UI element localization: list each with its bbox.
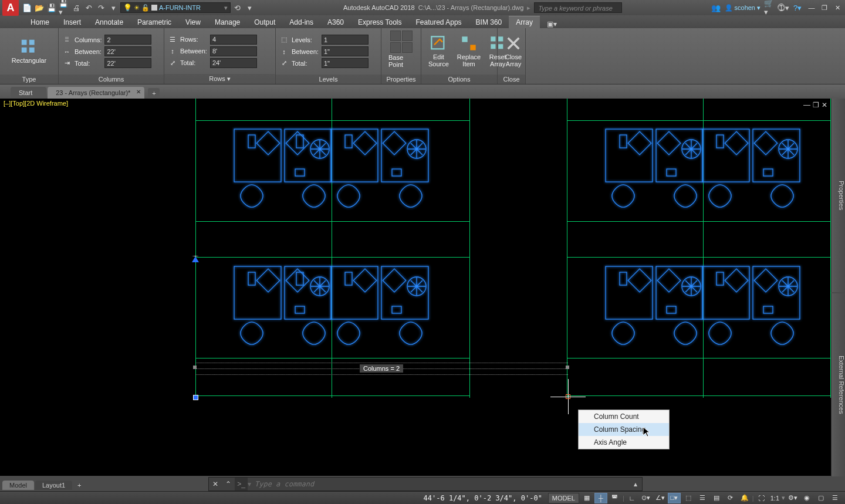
grip-marker[interactable] [566,366,569,369]
svg-rect-51 [628,269,651,292]
associative-icon[interactable] [390,31,413,53]
close-button[interactable]: ✕ [832,3,843,12]
cmd-expand-icon[interactable]: ▴ [629,480,642,488]
search-input[interactable]: Type a keyword or phrase [534,2,622,13]
app-menu-icon[interactable]: A [2,0,19,16]
grip-row-arrow[interactable] [192,256,199,262]
chevron-down-icon: ▾ [224,4,228,12]
tab-output[interactable]: Output [247,16,282,28]
tab-addins[interactable]: Add-ins [282,16,320,28]
status-model-button[interactable]: MODEL [548,493,579,503]
tab-home[interactable]: Home [23,16,56,28]
tab-express[interactable]: Express Tools [351,16,408,28]
close-array-button[interactable]: Close Array [501,34,526,69]
qat-saveas-icon[interactable]: 💾▾ [59,2,69,13]
grip-marker[interactable] [193,366,197,369]
qat-plot-icon[interactable]: 🖨 [71,2,82,13]
tab-featured[interactable]: Featured Apps [409,16,469,28]
close-tab-icon[interactable]: ✕ [136,89,141,95]
layer-dropdown[interactable]: 💡 ☀ 🔓 A-FURN-INTR ▾ [120,2,231,13]
status-customize-icon[interactable]: ☰ [829,493,841,503]
qat-more-icon[interactable]: ▾ [245,2,255,13]
title-dropdown-icon[interactable]: ▸ [527,4,530,12]
status-ortho-icon[interactable]: ∟ [626,493,638,503]
qat-redo-icon[interactable]: ↷ [96,2,106,13]
status-iso-icon[interactable]: ∠▾ [654,493,667,503]
status-3dosnap-icon[interactable]: ⬚ [682,493,695,503]
tab-bim360[interactable]: BIM 360 [469,16,509,28]
tab-manage[interactable]: Manage [208,16,247,28]
rows-total-input[interactable] [210,58,257,68]
tab-a360[interactable]: A360 [320,16,351,28]
basepoint-button[interactable]: Base Point [385,54,417,69]
rows-input[interactable] [210,35,257,45]
view-label[interactable]: [–][Top][2D Wireframe] [4,100,68,107]
status-scale-value[interactable]: 1:1 [769,495,780,502]
share-icon[interactable]: ⟲ [232,2,243,13]
edit-source-button[interactable]: Edit Source [425,34,452,69]
status-cleanscreen-icon[interactable]: ▢ [814,493,827,503]
minimize-button[interactable]: — [806,3,817,12]
tab-annotate[interactable]: Annotate [88,16,130,28]
help-icon[interactable]: ?▾ [792,2,803,13]
qat-undo-icon[interactable]: ↶ [83,2,94,13]
user-badge[interactable]: 👤 scohen ▾ [725,4,760,12]
palette-properties[interactable]: Properties [831,99,845,292]
levels-between-input[interactable] [322,46,369,56]
replace-item-button[interactable]: Replace Item [454,34,484,69]
status-scale-icon[interactable]: ⛶ [755,493,768,503]
cmd-recent-icon[interactable]: ⌃ [222,480,235,488]
status-workspace-icon[interactable]: ⚙▾ [786,493,799,503]
ctx-column-spacing[interactable]: Column Spacing [579,423,669,436]
status-snap-icon[interactable]: ┼ [594,493,607,503]
status-osnap-icon[interactable]: □▾ [668,493,681,503]
levels-between-label: Between: [292,48,319,55]
palette-xrefs[interactable]: External References [831,293,845,476]
ctx-axis-angle[interactable]: Axis Angle [579,436,669,449]
layout-tab-model[interactable]: Model [2,481,34,490]
view-minimize-icon[interactable]: — [803,101,810,109]
qat-new-icon[interactable]: 📄 [22,2,32,13]
status-annomon-icon[interactable]: 🔔 [738,493,751,503]
drawing-area[interactable]: [–][Top][2D Wireframe] — ❐ ✕ [0,99,831,476]
status-trans-icon[interactable]: ▤ [710,493,723,503]
cart-icon[interactable]: 🛒▾ [764,2,775,13]
doc-tab-start[interactable]: Start [11,87,46,99]
tab-view[interactable]: View [178,16,208,28]
status-polar-icon[interactable]: ⊙▾ [640,493,653,503]
qat-group-icon[interactable]: ▾ [108,2,119,13]
ribbon-overflow-icon[interactable]: ▣▾ [547,20,557,28]
qat-open-icon[interactable]: 📂 [34,2,45,13]
panel-title-rows[interactable]: Rows ▾ [164,74,275,84]
columns-between-input[interactable] [104,46,151,56]
ctx-column-count[interactable]: Column Count [579,410,669,423]
view-close-icon[interactable]: ✕ [822,101,827,109]
add-doc-tab[interactable]: + [148,88,160,99]
exchange-icon[interactable]: ⓵▾ [778,2,789,13]
layout-tab-layout1[interactable]: Layout1 [35,481,72,490]
rectangular-array-button[interactable]: Rectangular [8,38,50,65]
columns-total-input[interactable] [104,58,151,68]
status-annovis-icon[interactable]: ◉ [800,493,813,503]
autodesk-account-icon[interactable]: 👥 [711,2,721,13]
levels-input[interactable] [322,35,369,45]
status-infer-icon[interactable]: ◚ [609,493,621,503]
cmd-prompt-icon[interactable]: >_ [235,478,248,491]
tab-parametric[interactable]: Parametric [130,16,178,28]
add-layout-tab[interactable]: + [73,482,85,489]
levels-total-input[interactable] [322,58,369,68]
status-grid-icon[interactable]: ▦ [580,493,593,503]
command-input[interactable] [251,480,629,488]
rows-between-input[interactable] [210,46,257,56]
doc-tab-active[interactable]: 23 - Arrays (Rectangular)*✕ [48,87,144,99]
grip-base[interactable] [193,395,198,400]
restore-button[interactable]: ❐ [819,3,830,12]
tab-array[interactable]: Array [509,16,540,28]
tab-insert[interactable]: Insert [56,16,88,28]
view-restore-icon[interactable]: ❐ [813,101,819,109]
qat-save-icon[interactable]: 💾 [46,2,57,13]
columns-input[interactable] [104,35,151,45]
cmd-close-icon[interactable]: ✕ [209,480,222,488]
status-lwt-icon[interactable]: ☰ [696,493,709,503]
status-cycle-icon[interactable]: ⟳ [724,493,737,503]
